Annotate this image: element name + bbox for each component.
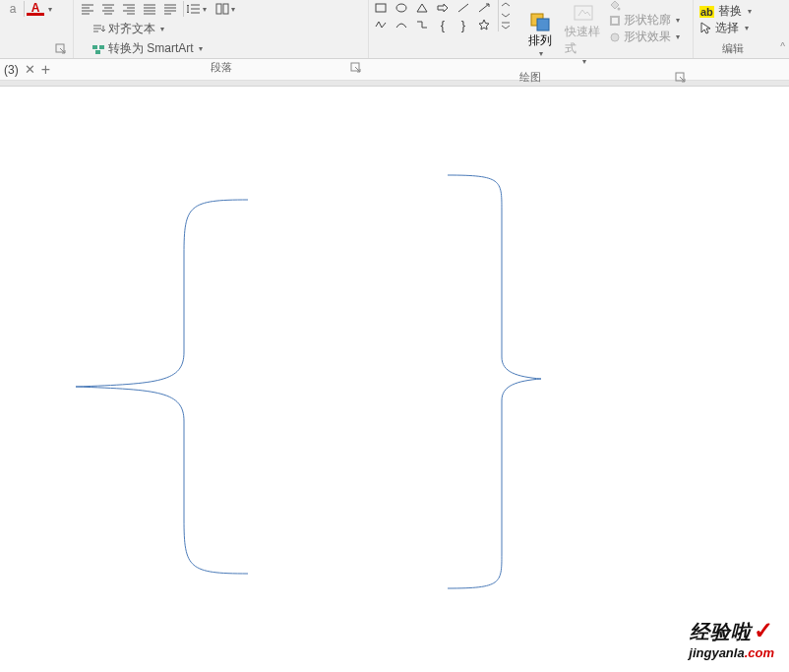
drawing-group: { } 排列 ▾ 快速样式 ▾: [369, 0, 694, 58]
font-group: a A ▾: [0, 0, 74, 58]
shape-freeform[interactable]: [371, 17, 391, 32]
align-center-button[interactable]: [98, 0, 118, 18]
text-highlight-button[interactable]: a: [4, 0, 22, 18]
shape-brace[interactable]: {: [433, 17, 453, 32]
align-right-button[interactable]: [119, 0, 139, 18]
ribbon-toolbar: a A ▾ ▾ ▾: [0, 0, 789, 59]
svg-rect-13: [611, 17, 619, 25]
shape-arrow-line[interactable]: [474, 0, 494, 16]
shapes-gallery[interactable]: { }: [371, 0, 494, 32]
svg-rect-2: [223, 4, 228, 14]
svg-rect-7: [376, 4, 386, 12]
paragraph-group: ▾ ▾ 对齐文本 ▾ 转换为 SmartArt ▾ 段落: [74, 0, 369, 58]
convert-smartart-label: 转换为 SmartArt: [108, 40, 194, 57]
svg-point-8: [396, 4, 406, 12]
svg-rect-10: [537, 19, 549, 31]
chevron-down-icon: ▾: [160, 25, 164, 33]
shape-effects-button: 形状效果 ▾: [606, 29, 683, 45]
shape-line[interactable]: [454, 0, 473, 16]
align-left-button[interactable]: [78, 0, 97, 18]
paragraph-launcher-icon[interactable]: [350, 62, 362, 74]
shape-connector[interactable]: [412, 17, 432, 32]
svg-rect-11: [575, 6, 592, 20]
font-group-label: [4, 54, 69, 58]
gallery-expand-button[interactable]: [498, 0, 512, 31]
shape-bracket[interactable]: }: [454, 17, 473, 32]
cursor-icon: [699, 22, 711, 35]
shape-effects-label: 形状效果: [624, 29, 671, 45]
font-color-button[interactable]: A: [27, 2, 44, 16]
shape-fill-button: 形状填充: [606, 0, 683, 12]
align-text-label: 对齐文本: [108, 21, 155, 37]
shape-outline-button: 形状轮廓 ▾: [606, 12, 683, 29]
shape-rectangle[interactable]: [371, 0, 391, 16]
convert-smartart-button[interactable]: 转换为 SmartArt ▾: [88, 39, 207, 58]
replace-label: 替换: [718, 3, 742, 20]
quick-styles-button: 快速样式 ▾: [563, 0, 604, 68]
select-label: 选择: [715, 20, 739, 36]
slide-canvas[interactable]: [0, 87, 789, 672]
chevron-down-icon: ▾: [745, 24, 749, 32]
svg-rect-5: [95, 50, 100, 54]
collapse-ribbon-icon[interactable]: ^: [780, 41, 785, 52]
align-justify-button[interactable]: [140, 0, 159, 18]
chevron-down-icon[interactable]: ▾: [48, 5, 52, 14]
columns-button[interactable]: ▾: [215, 0, 235, 18]
editing-group: ab 替换 ▾ 选择 ▾ 编辑: [694, 0, 772, 58]
shape-star[interactable]: [474, 17, 494, 32]
shape-triangle[interactable]: [412, 0, 432, 16]
drawing-launcher-icon[interactable]: [675, 72, 687, 84]
svg-rect-4: [99, 45, 104, 49]
text-direction-button[interactable]: 对齐文本 ▾: [88, 20, 207, 38]
select-button[interactable]: 选择 ▾: [698, 20, 754, 36]
shape-arrow-right[interactable]: [433, 0, 453, 16]
replace-icon: ab: [699, 6, 714, 18]
drawing-group-label: 绘图: [371, 68, 689, 87]
chevron-down-icon: ▾: [748, 7, 752, 16]
line-spacing-button[interactable]: ▾: [187, 0, 207, 18]
shape-curve[interactable]: [392, 17, 411, 32]
svg-point-12: [618, 8, 621, 11]
shape-outline-label: 形状轮廓: [624, 12, 671, 29]
quick-styles-label: 快速样式: [565, 24, 602, 57]
svg-rect-3: [92, 45, 97, 49]
tab-label[interactable]: (3): [4, 63, 19, 77]
shape-oval[interactable]: [392, 0, 411, 16]
paragraph-group-label: 段落: [78, 58, 364, 77]
svg-rect-1: [216, 4, 221, 14]
replace-button[interactable]: ab 替换 ▾: [698, 3, 754, 20]
tab-add-icon[interactable]: +: [41, 61, 50, 79]
right-bracket-shape[interactable]: [443, 170, 551, 593]
distribute-button[interactable]: [160, 0, 180, 18]
svg-point-14: [611, 33, 619, 41]
arrange-label: 排列: [528, 32, 552, 49]
font-launcher-icon[interactable]: [55, 43, 67, 55]
left-brace-shape[interactable]: [71, 195, 258, 579]
arrange-button[interactable]: 排列 ▾: [519, 0, 561, 68]
chevron-down-icon: ▾: [582, 57, 586, 66]
tab-close-icon[interactable]: ✕: [25, 62, 35, 77]
chevron-down-icon: ▾: [539, 49, 543, 58]
chevron-down-icon: ▾: [199, 44, 203, 53]
editing-group-label: 编辑: [698, 39, 768, 58]
